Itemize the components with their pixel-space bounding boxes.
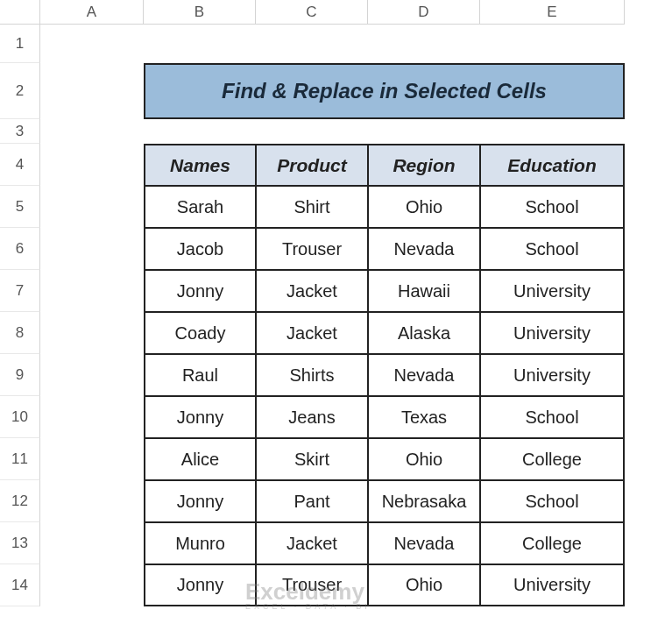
table-cell[interactable]: Raul — [144, 354, 256, 396]
table-cell[interactable]: Shirt — [256, 186, 368, 228]
spreadsheet-grid: A B C D E 1 2 Find & Replace in Selected… — [0, 0, 625, 606]
row-header-8[interactable]: 8 — [0, 312, 40, 354]
row-header-5[interactable]: 5 — [0, 186, 40, 228]
table-cell[interactable]: Sarah — [144, 186, 256, 228]
table-header-region[interactable]: Region — [368, 144, 480, 186]
table-cell[interactable]: University — [480, 564, 625, 606]
cell-E3[interactable] — [480, 119, 625, 144]
cell-A4[interactable] — [40, 144, 144, 186]
col-header-D[interactable]: D — [368, 0, 480, 25]
table-header-education[interactable]: Education — [480, 144, 625, 186]
table-cell[interactable]: Skirt — [256, 438, 368, 480]
table-cell[interactable]: College — [480, 522, 625, 564]
row-header-10[interactable]: 10 — [0, 396, 40, 438]
cell-A10[interactable] — [40, 396, 144, 438]
table-cell[interactable]: Trouser — [256, 564, 368, 606]
cell-B3[interactable] — [144, 119, 256, 144]
row-header-4[interactable]: 4 — [0, 144, 40, 186]
row-header-6[interactable]: 6 — [0, 228, 40, 270]
table-cell[interactable]: Alice — [144, 438, 256, 480]
cell-A9[interactable] — [40, 354, 144, 396]
table-cell[interactable]: School — [480, 186, 625, 228]
table-cell[interactable]: Jacket — [256, 270, 368, 312]
cell-C3[interactable] — [256, 119, 368, 144]
cell-C1[interactable] — [256, 25, 368, 63]
table-cell[interactable]: Texas — [368, 396, 480, 438]
table-cell[interactable]: College — [480, 438, 625, 480]
table-cell[interactable]: Jonny — [144, 396, 256, 438]
cell-A14[interactable] — [40, 564, 144, 606]
table-cell[interactable]: Jonny — [144, 270, 256, 312]
row-header-14[interactable]: 14 — [0, 564, 40, 606]
table-cell[interactable]: Jonny — [144, 564, 256, 606]
cell-A11[interactable] — [40, 438, 144, 480]
table-cell[interactable]: Jonny — [144, 480, 256, 522]
row-header-13[interactable]: 13 — [0, 522, 40, 564]
col-header-B[interactable]: B — [144, 0, 256, 25]
table-cell[interactable]: Jacket — [256, 312, 368, 354]
table-cell[interactable]: Munro — [144, 522, 256, 564]
cell-A7[interactable] — [40, 270, 144, 312]
table-cell[interactable]: University — [480, 312, 625, 354]
table-cell[interactable]: Nevada — [368, 228, 480, 270]
table-cell[interactable]: Pant — [256, 480, 368, 522]
table-cell[interactable]: Trouser — [256, 228, 368, 270]
table-cell[interactable]: Nevada — [368, 522, 480, 564]
table-cell[interactable]: Alaska — [368, 312, 480, 354]
cell-A8[interactable] — [40, 312, 144, 354]
title-merged-cell[interactable]: Find & Replace in Selected Cells — [144, 63, 625, 119]
table-cell[interactable]: Ohio — [368, 564, 480, 606]
cell-D3[interactable] — [368, 119, 480, 144]
table-cell[interactable]: Ohio — [368, 438, 480, 480]
table-cell[interactable]: Shirts — [256, 354, 368, 396]
cell-A2[interactable] — [40, 63, 144, 119]
row-header-12[interactable]: 12 — [0, 480, 40, 522]
row-header-7[interactable]: 7 — [0, 270, 40, 312]
table-cell[interactable]: Jeans — [256, 396, 368, 438]
row-header-11[interactable]: 11 — [0, 438, 40, 480]
cell-A6[interactable] — [40, 228, 144, 270]
table-cell[interactable]: School — [480, 228, 625, 270]
cell-A13[interactable] — [40, 522, 144, 564]
cell-A1[interactable] — [40, 25, 144, 63]
cell-A12[interactable] — [40, 480, 144, 522]
col-header-C[interactable]: C — [256, 0, 368, 25]
cell-B1[interactable] — [144, 25, 256, 63]
row-header-9[interactable]: 9 — [0, 354, 40, 396]
table-cell[interactable]: Jacket — [256, 522, 368, 564]
table-cell[interactable]: Ohio — [368, 186, 480, 228]
cell-D1[interactable] — [368, 25, 480, 63]
col-header-E[interactable]: E — [480, 0, 625, 25]
table-header-product[interactable]: Product — [256, 144, 368, 186]
row-header-1[interactable]: 1 — [0, 25, 40, 63]
table-cell[interactable]: School — [480, 480, 625, 522]
table-cell[interactable]: Nevada — [368, 354, 480, 396]
table-cell[interactable]: Coady — [144, 312, 256, 354]
select-all-corner[interactable] — [0, 0, 40, 25]
cell-E1[interactable] — [480, 25, 625, 63]
table-cell[interactable]: Nebrasaka — [368, 480, 480, 522]
table-cell[interactable]: Hawaii — [368, 270, 480, 312]
row-header-2[interactable]: 2 — [0, 63, 40, 119]
table-cell[interactable]: Jacob — [144, 228, 256, 270]
cell-A5[interactable] — [40, 186, 144, 228]
table-header-names[interactable]: Names — [144, 144, 256, 186]
table-cell[interactable]: University — [480, 270, 625, 312]
cell-A3[interactable] — [40, 119, 144, 144]
row-header-3[interactable]: 3 — [0, 119, 40, 144]
table-cell[interactable]: University — [480, 354, 625, 396]
col-header-A[interactable]: A — [40, 0, 144, 25]
table-cell[interactable]: School — [480, 396, 625, 438]
